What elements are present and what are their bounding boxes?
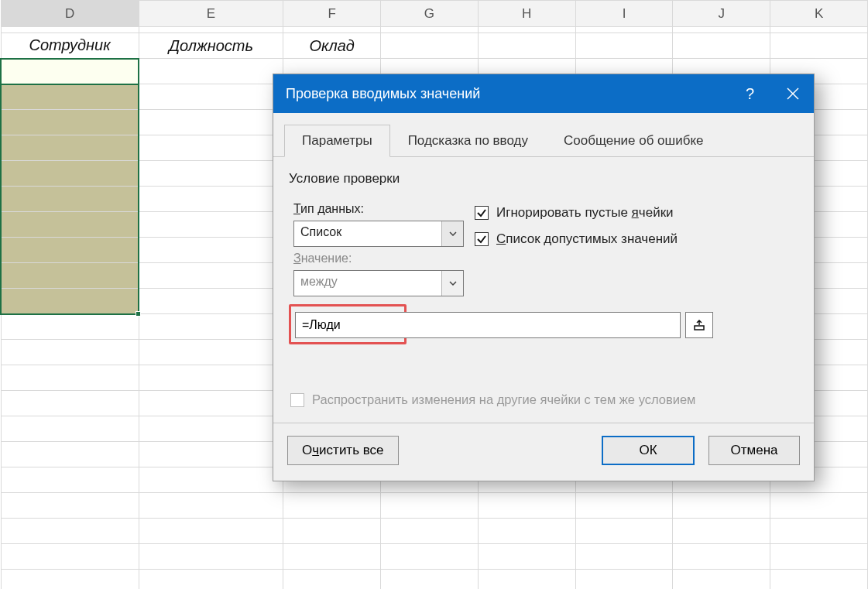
col-header-k[interactable]: K xyxy=(770,1,868,27)
cancel-button[interactable]: Отмена xyxy=(708,436,800,465)
source-input[interactable] xyxy=(295,312,681,338)
col-header-j[interactable]: J xyxy=(673,1,770,27)
selected-cell[interactable] xyxy=(1,238,139,263)
allow-type-combo[interactable]: Список xyxy=(293,221,464,247)
dialog-body: Условие проверки Тип данных: Список Знач… xyxy=(273,157,814,423)
tab-parameters[interactable]: Параметры xyxy=(284,125,390,157)
help-button[interactable]: ? xyxy=(729,74,771,113)
col-header-i[interactable]: I xyxy=(575,1,673,27)
svg-rect-2 xyxy=(695,326,704,330)
selected-cell[interactable] xyxy=(1,212,139,238)
close-icon xyxy=(787,87,799,100)
selected-cell[interactable] xyxy=(1,289,139,314)
data-operator-value: между xyxy=(294,271,441,296)
cell-d-header[interactable]: Сотрудник xyxy=(1,33,139,59)
active-cell[interactable] xyxy=(1,59,139,84)
data-operator-combo: между xyxy=(293,270,464,296)
tab-error-message[interactable]: Сообщение об ошибке xyxy=(546,125,722,157)
range-picker-button[interactable] xyxy=(685,312,713,338)
dialog-footer: Очистить все ОК Отмена xyxy=(273,423,814,481)
in-cell-dropdown-label: Список допустимых значений xyxy=(496,231,678,247)
ignore-blank-checkbox[interactable]: Игнорировать пустые ячейки xyxy=(475,205,678,221)
allow-type-dropdown-button[interactable] xyxy=(441,221,463,246)
col-header-h[interactable]: H xyxy=(478,1,575,27)
selected-cell[interactable] xyxy=(1,135,139,161)
cell-e-header[interactable]: Должность xyxy=(139,33,283,59)
chevron-down-icon xyxy=(449,231,457,236)
column-header-row: D E F G H I J K xyxy=(1,1,868,27)
propagate-changes-label: Распространить изменения на другие ячейк… xyxy=(312,392,695,407)
dialog-title: Проверка вводимых значений xyxy=(286,86,480,102)
chevron-down-icon xyxy=(449,281,457,286)
data-operator-dropdown-button xyxy=(441,271,463,296)
allow-type-value: Список xyxy=(294,221,441,246)
checkbox-checked-icon xyxy=(475,206,489,220)
col-header-g[interactable]: G xyxy=(381,1,479,27)
selected-cell[interactable] xyxy=(1,84,139,110)
data-operator-label: Значение: xyxy=(293,252,475,265)
col-header-f[interactable]: F xyxy=(283,1,381,27)
in-cell-dropdown-checkbox[interactable]: Список допустимых значений xyxy=(475,231,678,247)
range-picker-icon xyxy=(693,319,705,331)
selected-cell[interactable] xyxy=(1,187,139,212)
validation-group-title: Условие проверки xyxy=(289,171,798,187)
allow-type-label: Тип данных: xyxy=(293,202,475,216)
col-header-d[interactable]: D xyxy=(1,1,139,27)
fill-handle[interactable] xyxy=(136,311,141,317)
checkbox-unchecked-icon xyxy=(290,393,304,407)
data-validation-dialog: Проверка вводимых значений ? Параметры П… xyxy=(273,74,815,481)
selected-cell[interactable] xyxy=(1,161,139,187)
selected-cell[interactable] xyxy=(1,263,139,289)
checkbox-checked-icon xyxy=(475,232,489,246)
ok-button[interactable]: ОК xyxy=(602,436,695,465)
dialog-tabs: Параметры Подсказка по вводу Сообщение о… xyxy=(273,113,814,157)
header-row[interactable]: Сотрудник Должность Оклад xyxy=(1,33,868,59)
ignore-blank-label: Игнорировать пустые ячейки xyxy=(496,205,674,221)
clear-all-button[interactable]: Очистить все xyxy=(287,436,399,465)
dialog-titlebar[interactable]: Проверка вводимых значений ? xyxy=(273,74,814,113)
tab-input-hint[interactable]: Подсказка по вводу xyxy=(390,125,546,157)
cell-f-header[interactable]: Оклад xyxy=(283,33,381,59)
col-header-e[interactable]: E xyxy=(139,1,283,27)
close-button[interactable] xyxy=(771,74,814,113)
propagate-changes-checkbox: Распространить изменения на другие ячейк… xyxy=(290,392,797,407)
selected-cell[interactable] xyxy=(1,110,139,135)
